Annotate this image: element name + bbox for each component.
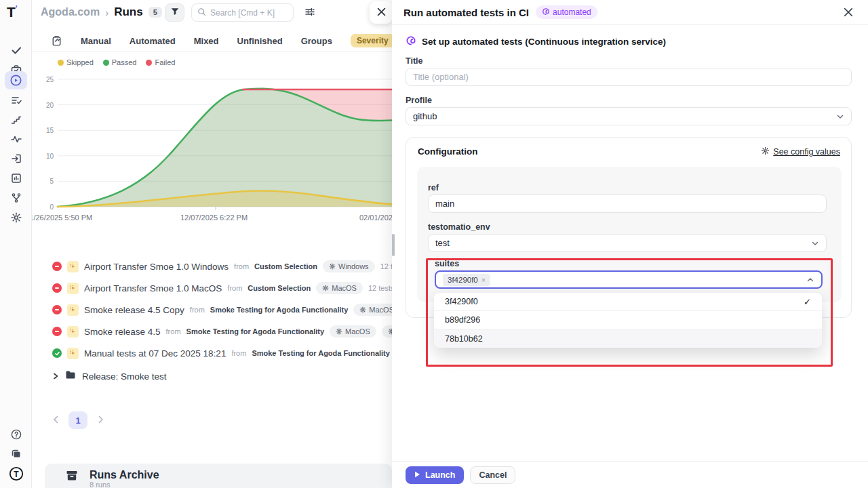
run-row-2[interactable]: Airport Transfer Smoe 1.0 MacOS from Cus… — [52, 280, 392, 296]
run-source[interactable]: Smoke Testing for Agoda Functionality — [210, 306, 349, 314]
run-row-1[interactable]: Airport Transfer Smoe 1.0 Windows from C… — [52, 258, 392, 274]
automated-run-icon — [67, 261, 79, 272]
suites-multiselect[interactable]: 3f4290f0 × — [435, 270, 823, 289]
sidebar-item-plans[interactable] — [5, 91, 27, 109]
suites-option-1[interactable]: 3f4290f0 ✓ — [434, 293, 822, 311]
env-value: test — [435, 238, 450, 248]
x-axis-label-end: 02/01/2026 4:21 PM — [359, 214, 392, 222]
drawer-header: Run automated tests in CI automated — [392, 0, 868, 25]
run-name[interactable]: Airport Transfer Smoe 1.0 Windows — [84, 262, 229, 272]
run-row-4[interactable]: Smoke release 4.5 from Smoke Testing for… — [52, 323, 392, 340]
suites-option-2[interactable]: b89df296 — [434, 311, 822, 329]
adjustments-button[interactable] — [304, 6, 315, 20]
run-from-label: from — [166, 327, 181, 336]
run-row-5[interactable]: Manual tests at 07 Dec 2025 18:21 from S… — [52, 345, 392, 361]
sidebar-item-projects[interactable] — [5, 445, 27, 463]
title-input[interactable] — [413, 72, 844, 82]
env-pill-chrome[interactable]: Chrome — [382, 325, 392, 338]
run-name[interactable]: Manual tests at 07 Dec 2025 18:21 — [84, 348, 226, 359]
play-circle-icon — [9, 74, 22, 87]
run-group-row[interactable]: Release: Smoke test — [52, 368, 167, 384]
run-name[interactable]: Airport Transfer Smoe 1.0 MacOS — [84, 283, 222, 293]
filter-button[interactable] — [165, 3, 184, 22]
run-source[interactable]: Custom Selection — [248, 284, 311, 292]
suites-option-3[interactable]: 78b10b62 — [434, 329, 822, 348]
drawer-footer: Launch Cancel — [392, 461, 868, 488]
see-config-values-link[interactable]: See config values — [761, 146, 840, 157]
help-icon — [10, 428, 22, 441]
status-failed-icon — [52, 305, 62, 314]
clipboard-edit-icon[interactable] — [51, 35, 62, 47]
page-title: Runs — [114, 5, 143, 19]
search-box[interactable] — [191, 3, 294, 22]
import-icon — [10, 152, 22, 165]
breadcrumb: Agoda.com › Runs 5 — [41, 5, 162, 19]
branch-icon — [10, 192, 22, 204]
search-input[interactable] — [210, 8, 285, 18]
profile-value: github — [413, 111, 437, 121]
tabs-divider — [32, 52, 392, 52]
runs-archive-bar[interactable]: Runs Archive 8 runs — [45, 464, 392, 488]
archive-box-icon — [65, 469, 79, 485]
sidebar-item-milestones[interactable] — [5, 110, 27, 129]
tab-groups[interactable]: Groups — [301, 36, 332, 46]
runs-tabs: Manual Automated Mixed Unfinished Groups… — [32, 30, 392, 52]
tab-mixed[interactable]: Mixed — [194, 36, 219, 46]
env-pill-macos[interactable]: MacOS — [316, 282, 363, 294]
sidebar-item-settings[interactable] — [5, 208, 27, 226]
x-axis-label-middle: 12/07/2025 6:22 PM — [180, 214, 248, 222]
run-name[interactable]: Smoke release 4.5 — [84, 327, 161, 337]
tab-severity[interactable]: Severity — [351, 34, 392, 47]
next-page-icon[interactable] — [96, 414, 105, 426]
run-source[interactable]: Custom Selection — [254, 262, 317, 270]
main-content: Agoda.com › Runs 5 Manual Automated Mixe… — [32, 0, 392, 488]
run-name[interactable]: Smoke release 4.5 Copy — [84, 305, 184, 315]
sliders-icon — [304, 7, 315, 19]
run-tests-count: 12 tests — [380, 262, 392, 270]
env-field-label: testomatio_env — [428, 222, 490, 232]
status-passed-icon — [52, 348, 62, 358]
launch-button[interactable]: Launch — [406, 466, 464, 484]
gear-icon — [761, 146, 770, 157]
legend-skipped[interactable]: Skipped — [58, 58, 94, 66]
ref-field[interactable]: main — [428, 195, 827, 213]
panel-close-button[interactable] — [370, 1, 393, 24]
breadcrumb-project[interactable]: Agoda.com — [41, 6, 100, 18]
tab-automated[interactable]: Automated — [130, 36, 176, 46]
sidebar-item-runs[interactable] — [5, 71, 27, 89]
sidebar-item-branches[interactable] — [5, 188, 27, 207]
chart-y-ticks: 25 20 15 10 5 0 — [46, 76, 54, 211]
sidebar-item-reports[interactable] — [5, 169, 27, 187]
drawer-close-button[interactable] — [844, 7, 853, 17]
chevron-right-icon[interactable] — [52, 370, 59, 382]
title-field[interactable] — [406, 68, 852, 86]
tab-manual[interactable]: Manual — [81, 36, 111, 46]
sidebar-item-account[interactable]: T — [5, 464, 27, 483]
prev-page-icon[interactable] — [51, 414, 60, 426]
env-pill-macos[interactable]: MacOS — [353, 304, 392, 316]
run-source[interactable]: Smoke Testing for Agoda Functionality — [252, 349, 390, 357]
chevron-up-icon — [806, 276, 814, 284]
cancel-button[interactable]: Cancel — [470, 466, 515, 484]
run-group-label[interactable]: Release: Smoke test — [82, 371, 167, 382]
legend-failed[interactable]: Failed — [146, 58, 175, 66]
page-1-button[interactable]: 1 — [68, 411, 87, 429]
sidebar-item-import[interactable] — [5, 149, 27, 167]
folder-icon — [65, 370, 76, 382]
svg-text:20: 20 — [46, 102, 54, 109]
run-row-3[interactable]: Smoke release 4.5 Copy from Smoke Testin… — [52, 302, 392, 318]
configuration-heading: Configuration — [418, 146, 477, 157]
sidebar-item-tests[interactable] — [5, 41, 27, 59]
run-source[interactable]: Smoke Testing for Agoda Functionality — [186, 327, 325, 336]
env-pill-windows[interactable]: Windows — [323, 260, 375, 272]
env-select[interactable]: test — [428, 234, 827, 252]
tab-unfinished[interactable]: Unfinished — [237, 36, 283, 46]
legend-passed[interactable]: Passed — [103, 58, 137, 66]
drawer-scrollbar[interactable] — [392, 234, 395, 256]
sidebar-item-help[interactable] — [5, 425, 27, 443]
sidebar-item-analytics[interactable] — [5, 129, 27, 148]
app-logo[interactable]: T' — [7, 4, 18, 20]
remove-tag-icon[interactable]: × — [481, 276, 486, 284]
env-pill-macos[interactable]: MacOS — [330, 325, 376, 338]
profile-select[interactable]: github — [406, 107, 852, 125]
